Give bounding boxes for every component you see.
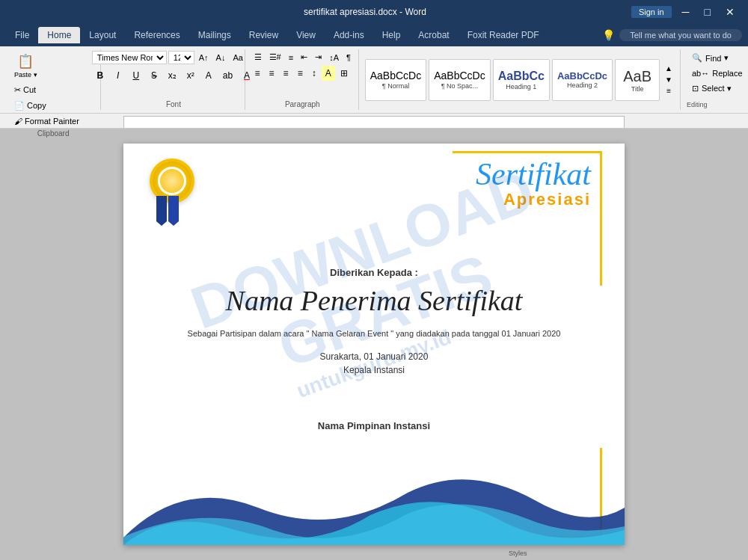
numbered-list-button[interactable]: ☰#: [266, 51, 284, 64]
sort-button[interactable]: ↕A: [326, 52, 342, 64]
tab-foxit[interactable]: Foxit Reader PDF: [459, 27, 548, 43]
tab-home[interactable]: Home: [38, 27, 80, 43]
style-h1-label: Heading 1: [506, 83, 536, 90]
styles-scroll-up[interactable]: ▲: [662, 63, 675, 74]
tab-mailings[interactable]: Mailings: [189, 27, 240, 43]
ruler: [0, 114, 748, 129]
certificate-date[interactable]: Surakarta, 01 Januari 2020: [168, 351, 580, 362]
lightbulb-icon: 💡: [602, 29, 615, 41]
clipboard-buttons: 📋Paste ▾ ✂ Cut 📄 Copy 🖌 Format Painter: [10, 51, 96, 128]
font-controls: Times New Roman 12 A↑ A↓ Aa B I U S̶ x₂ …: [92, 51, 255, 99]
tab-addins[interactable]: Add-ins: [325, 27, 373, 43]
format-painter-button[interactable]: 🖌 Format Painter: [10, 114, 83, 128]
select-button[interactable]: ⊡ Select ▾: [687, 81, 738, 96]
close-icon[interactable]: ✕: [721, 6, 739, 18]
strikethrough-button[interactable]: S̶: [146, 68, 162, 83]
medal-ribbon-right: [168, 196, 179, 226]
titlebar-controls: Sign in ─ □ ✕: [631, 6, 739, 18]
decrease-indent-button[interactable]: ⇤: [298, 51, 310, 64]
decrease-font-button[interactable]: A↓: [213, 52, 229, 64]
sign-in-button[interactable]: Sign in: [631, 6, 672, 18]
style-nospace-label: ¶ No Spac...: [441, 82, 478, 90]
clipboard-label: Clipboard: [37, 129, 70, 138]
ribbon: File Home Layout References Mailings Rev…: [0, 24, 748, 114]
style-heading1[interactable]: AaBbCc Heading 1: [493, 59, 550, 101]
ruler-marks: [124, 116, 624, 128]
style-h2-preview: AaBbCcDc: [557, 70, 607, 82]
minimize-icon[interactable]: ─: [678, 6, 694, 18]
increase-font-button[interactable]: A↑: [196, 52, 212, 64]
font-family-select[interactable]: Times New Roman: [92, 51, 167, 64]
certificate-title-area: Sertifikat Apresiasi: [476, 159, 591, 209]
styles-label: Styles: [509, 550, 527, 557]
tab-layout[interactable]: Layout: [80, 27, 125, 43]
show-marks-button[interactable]: ¶: [343, 52, 354, 64]
certificate-signatory: Nama Pimpinan Instansi: [168, 420, 580, 431]
select-icon: ⊡: [692, 84, 699, 93]
align-left-button[interactable]: ≡: [251, 66, 264, 81]
style-no-spacing[interactable]: AaBbCcDc ¶ No Spac...: [429, 59, 490, 101]
wave-decoration: [123, 433, 625, 545]
replace-button[interactable]: ab↔ Replace: [687, 67, 738, 80]
styles-scroll: ▲ ▼ ≡: [662, 63, 675, 96]
styles-group: AaBbCcDc ¶ Normal AaBbCcDc ¶ No Spac... …: [361, 49, 681, 110]
certificate-recipient-name[interactable]: Nama Penerima Sertifikat: [168, 284, 580, 319]
maximize-icon[interactable]: □: [700, 6, 715, 18]
tab-review[interactable]: Review: [240, 27, 287, 43]
style-heading2[interactable]: AaBbCcDc Heading 2: [552, 59, 613, 101]
style-normal-label: ¶ Normal: [382, 82, 409, 90]
certificate-given-to-label: Diberikan Kepada :: [168, 267, 580, 278]
border-right-vertical-top: [600, 151, 602, 286]
italic-button[interactable]: I: [110, 68, 126, 83]
superscript-button[interactable]: x²: [183, 68, 199, 83]
cut-button[interactable]: ✂ Cut: [10, 83, 83, 97]
font-size-select[interactable]: 12: [168, 51, 194, 64]
align-right-button[interactable]: ≡: [280, 66, 292, 81]
shading-button[interactable]: A: [322, 66, 335, 81]
increase-indent-button[interactable]: ⇥: [312, 51, 325, 64]
search-icon: 🔍: [692, 53, 702, 63]
line-spacing-button[interactable]: ↕: [308, 66, 320, 81]
style-title[interactable]: AaB Title: [615, 59, 660, 101]
copy-button[interactable]: 📄 Copy: [10, 99, 83, 113]
align-center-button[interactable]: ≡: [266, 66, 278, 81]
paste-button[interactable]: 📋Paste ▾: [10, 51, 41, 81]
subscript-button[interactable]: x₂: [164, 68, 181, 83]
titlebar: sertifikat apresiasi.docx - Word Sign in…: [0, 0, 748, 24]
tab-references[interactable]: References: [125, 27, 188, 43]
medal-inner: [158, 167, 186, 195]
clipboard-group: 📋Paste ▾ ✂ Cut 📄 Copy 🖌 Format Painter C…: [6, 49, 101, 110]
styles-scroll-down[interactable]: ▼: [662, 74, 675, 85]
clear-format-button[interactable]: Aa: [230, 52, 245, 64]
ruler-inner: [123, 116, 625, 128]
para-row-2: ≡ ≡ ≡ ≡ ↕ A ⊞: [251, 66, 352, 81]
style-h1-preview: AaBbCc: [498, 69, 545, 83]
paragraph-controls: ☰ ☰# ≡ ⇤ ⇥ ↕A ¶ ≡ ≡ ≡ ≡ ↕ A ⊞: [251, 51, 354, 99]
border-top-horizontal: [453, 151, 602, 153]
underline-button[interactable]: U: [128, 68, 144, 83]
justify-button[interactable]: ≡: [294, 66, 307, 81]
titlebar-title: sertifikat apresiasi.docx - Word: [99, 7, 631, 17]
tab-help[interactable]: Help: [373, 27, 410, 43]
tab-file[interactable]: File: [6, 27, 38, 43]
borders-button[interactable]: ⊞: [337, 66, 352, 81]
bullet-list-button[interactable]: ☰: [251, 51, 265, 64]
certificate-title-apresiasi: Apresiasi: [476, 190, 591, 209]
font-row-1: Times New Roman 12 A↑ A↓ Aa: [92, 51, 246, 64]
style-normal[interactable]: AaBbCcDc ¶ Normal: [365, 59, 426, 101]
ribbon-tabs: File Home Layout References Mailings Rev…: [0, 24, 748, 46]
tab-view[interactable]: View: [287, 27, 325, 43]
highlight-button[interactable]: ab: [218, 68, 237, 83]
tab-acrobat[interactable]: Acrobat: [409, 27, 458, 43]
bold-button[interactable]: B: [92, 68, 108, 83]
multilevel-list-button[interactable]: ≡: [286, 52, 296, 64]
styles-expand[interactable]: ≡: [662, 85, 675, 96]
certificate-title-sertifikat: Sertifikat: [476, 159, 591, 190]
text-effects-button[interactable]: A: [200, 68, 217, 83]
tell-me-box[interactable]: Tell me what you want to do: [619, 29, 742, 41]
certificate-page: Sertifikat Apresiasi Diberikan Kepada : …: [123, 144, 625, 545]
certificate-content: Diberikan Kepada : Nama Penerima Sertifi…: [123, 267, 625, 431]
ribbon-body: 📋Paste ▾ ✂ Cut 📄 Copy 🖌 Format Painter C…: [0, 46, 748, 114]
find-button[interactable]: 🔍 Find ▾: [687, 51, 738, 65]
svg-rect-1: [124, 116, 624, 128]
